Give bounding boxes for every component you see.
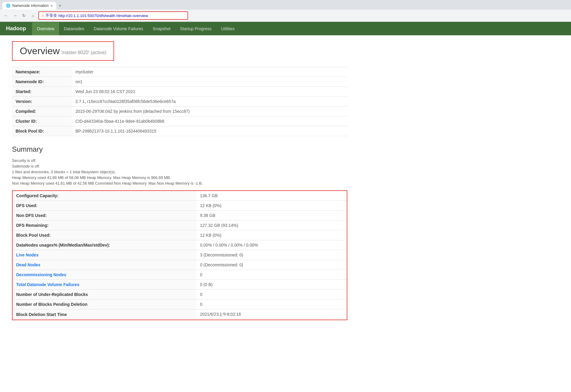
summary-label: DFS Used:: [12, 201, 196, 211]
info-table: Namespace: mycluster Namenode ID: nn1 St…: [12, 67, 347, 136]
info-value: CID-d443340a-5baa-411e-9dee-81ab0b4b08b8: [72, 116, 347, 126]
overview-title-box: Overview 'master:8020' (active): [12, 41, 114, 61]
summary-value: 0: [196, 290, 347, 300]
summary-value: 136.7 GB: [196, 191, 347, 201]
tab-favicon: 🌐: [6, 4, 10, 8]
navbar-items: Overview Datanodes Datanode Volume Failu…: [32, 22, 239, 35]
info-value: BP-298621373-10.1.1.101-1624406493315: [72, 126, 347, 136]
info-table-row: Cluster ID: CID-d443340a-5baa-411e-9dee-…: [12, 116, 347, 126]
navbar: Hadoop Overview Datanodes Datanode Volum…: [0, 22, 571, 35]
summary-status-line: 1 files and directories, 0 blocks = 1 to…: [12, 170, 347, 174]
info-label: Version:: [12, 97, 72, 107]
info-value: mycluster: [72, 67, 347, 77]
summary-value: 0.00% / 0.00% / 0.00% / 0.00%: [196, 240, 347, 250]
info-label: Namenode ID:: [12, 77, 72, 87]
summary-label: Block Pool Used:: [12, 230, 196, 240]
summary-value: 2021/6/23上午8:02:16: [196, 309, 347, 320]
summary-value: 9.38 GB: [196, 211, 347, 221]
url-box[interactable]: ⚠ 不安全 http://10.1.1.101:50070/dfshealth.…: [38, 11, 188, 20]
summary-label: Non DFS Used:: [12, 211, 196, 221]
tab-close-button[interactable]: ✕: [50, 4, 53, 7]
new-tab-button[interactable]: +: [56, 2, 63, 9]
security-warning-text: 不安全: [46, 13, 57, 18]
overview-subtitle: 'master:8020' (active): [61, 50, 106, 55]
summary-label[interactable]: Decommissioning Nodes: [12, 270, 196, 280]
summary-table-wrapper: Configured Capacity: 136.7 GB DFS Used: …: [12, 190, 347, 320]
summary-table-row: Number of Under-Replicated Blocks 0: [12, 290, 347, 300]
summary-value: 0 (Decommissioned: 0): [196, 260, 347, 270]
back-button[interactable]: ←: [2, 12, 10, 19]
info-table-row: Version: 2.7.1, r15ecc87ccf4a0228f35af08…: [12, 97, 347, 107]
summary-label: Block Deletion Start Time: [12, 309, 196, 320]
summary-status-line: Security is off.: [12, 158, 347, 163]
security-warning-icon: ⚠: [41, 14, 44, 18]
info-label: Compiled:: [12, 107, 72, 116]
info-value: nn1: [72, 77, 347, 87]
summary-link[interactable]: Dead Nodes: [16, 262, 40, 267]
summary-value: 12 KB (0%): [196, 201, 347, 211]
summary-status-line: Safemode is off.: [12, 164, 347, 168]
summary-label: Number of Under-Replicated Blocks: [12, 290, 196, 300]
nav-item-datanode-volume-failures[interactable]: Datanode Volume Failures: [89, 22, 148, 35]
summary-label[interactable]: Dead Nodes: [12, 260, 196, 270]
browser-chrome: 🌐 Namenode information ✕ + ← → ↻ ⌂ ⚠ 不安全…: [0, 0, 571, 22]
overview-title: Overview: [20, 45, 60, 56]
summary-table-row: Non DFS Used: 9.38 GB: [12, 211, 347, 221]
summary-table-row: Configured Capacity: 136.7 GB: [12, 191, 347, 201]
summary-value: 12 KB (0%): [196, 230, 347, 240]
navbar-brand: Hadoop: [0, 22, 32, 35]
summary-label[interactable]: Live Nodes: [12, 250, 196, 260]
summary-label[interactable]: Total Datanode Volume Failures: [12, 280, 196, 290]
summary-table-row: Block Deletion Start Time 2021/6/23上午8:0…: [12, 309, 347, 320]
summary-value: 127.32 GB (93.14%): [196, 221, 347, 230]
forward-button[interactable]: →: [11, 12, 19, 19]
summary-label: DataNodes usages% (Min/Median/Max/stdDev…: [12, 240, 196, 250]
summary-value: 0 (0 B): [196, 280, 347, 290]
url-text: http://10.1.1.101:50070/dfshealth.html#t…: [58, 13, 148, 18]
summary-link[interactable]: Live Nodes: [16, 253, 39, 257]
info-table-row: Namenode ID: nn1: [12, 77, 347, 87]
summary-link[interactable]: Decommissioning Nodes: [16, 272, 66, 277]
summary-table: Configured Capacity: 136.7 GB DFS Used: …: [12, 190, 347, 320]
info-table-row: Started: Wed Jun 23 08:02:16 CST 2021: [12, 87, 347, 97]
summary-table-row: DFS Remaining: 127.32 GB (93.14%): [12, 221, 347, 230]
tab-title: Namenode information: [12, 4, 49, 8]
summary-table-row: Live Nodes 3 (Decommissioned: 0): [12, 250, 347, 260]
info-value: Wed Jun 23 08:02:16 CST 2021: [72, 87, 347, 97]
address-bar: ← → ↻ ⌂ ⚠ 不安全 http://10.1.1.101:50070/df…: [0, 10, 571, 22]
home-button[interactable]: ⌂: [29, 12, 37, 19]
info-value: 2.7.1, r15ecc87ccf4a0228f35af08fc56de536…: [72, 97, 347, 107]
nav-item-utilities[interactable]: Utilities: [216, 22, 239, 35]
nav-item-overview[interactable]: Overview: [32, 22, 59, 35]
summary-table-row: Decommissioning Nodes 0: [12, 270, 347, 280]
summary-label: DFS Remaining:: [12, 221, 196, 230]
info-label: Started:: [12, 87, 72, 97]
info-value: 2015-06-29T06:04Z by jenkins from (detac…: [72, 107, 347, 116]
nav-item-snapshot[interactable]: Snapshot: [148, 22, 175, 35]
reload-button[interactable]: ↻: [20, 12, 28, 19]
nav-item-startup-progress[interactable]: Startup Progress: [175, 22, 216, 35]
summary-table-row: DFS Used: 12 KB (0%): [12, 201, 347, 211]
summary-table-row: Total Datanode Volume Failures 0 (0 B): [12, 280, 347, 290]
info-label: Namespace:: [12, 67, 72, 77]
summary-status-line: Non Heap Memory used 41.61 MB of 42.56 M…: [12, 181, 347, 186]
summary-table-row: DataNodes usages% (Min/Median/Max/stdDev…: [12, 240, 347, 250]
summary-status-lines: Security is off.Safemode is off.1 files …: [12, 158, 347, 186]
summary-value: 3 (Decommissioned: 0): [196, 250, 347, 260]
summary-value: 0: [196, 300, 347, 309]
nav-item-datanodes[interactable]: Datanodes: [59, 22, 89, 35]
tab-bar: 🌐 Namenode information ✕ +: [0, 0, 571, 10]
summary-table-row: Number of Blocks Pending Deletion 0: [12, 300, 347, 309]
summary-value: 0: [196, 270, 347, 280]
info-label: Cluster ID:: [12, 116, 72, 126]
active-tab[interactable]: 🌐 Namenode information ✕: [2, 2, 56, 10]
info-table-row: Compiled: 2015-06-29T06:04Z by jenkins f…: [12, 107, 347, 116]
info-label: Block Pool ID:: [12, 126, 72, 136]
summary-table-row: Dead Nodes 0 (Decommissioned: 0): [12, 260, 347, 270]
summary-label: Configured Capacity:: [12, 191, 196, 201]
summary-status-line: Heap Memory used 41.99 MB of 58.06 MB He…: [12, 175, 347, 180]
info-table-row: Block Pool ID: BP-298621373-10.1.1.101-1…: [12, 126, 347, 136]
summary-table-row: Block Pool Used: 12 KB (0%): [12, 230, 347, 240]
main-content: Overview 'master:8020' (active) Namespac…: [0, 35, 359, 326]
summary-link[interactable]: Total Datanode Volume Failures: [16, 282, 79, 287]
